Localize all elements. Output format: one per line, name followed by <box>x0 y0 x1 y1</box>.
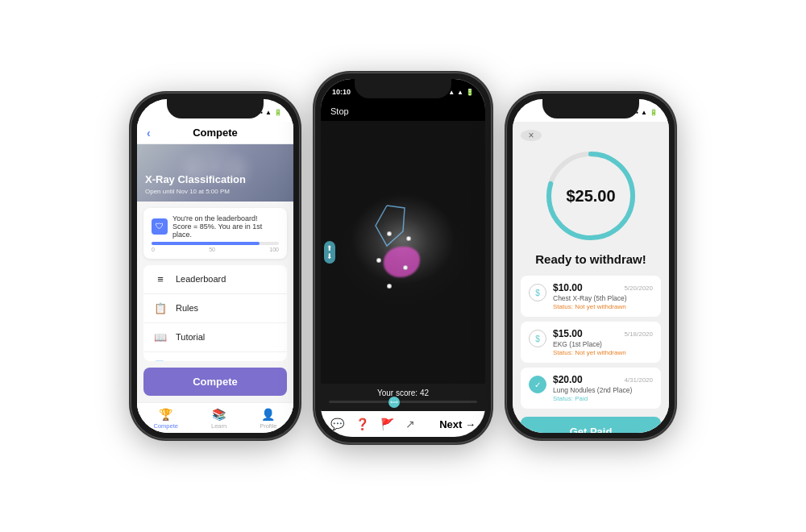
phone-1-screen: ▪▪▪ ▲ 🔋 ‹ Compete X-Ray Classification O… <box>137 99 293 433</box>
phone-3-notch <box>542 99 639 118</box>
annotation-dot-2 <box>376 258 381 263</box>
earning-icon-2: $ <box>529 330 546 347</box>
phone-3: ▪▪▪ ▲ 🔋 × $25.00 <box>506 93 675 439</box>
score-slider-thumb[interactable]: ⟺ <box>388 397 400 408</box>
earning-status-2: Status: Not yet withdrawn <box>553 349 653 356</box>
rules-icon: 📋 <box>153 302 168 314</box>
menu-label-tutorial: Tutorial <box>176 332 205 342</box>
menu-list: ≡ Leaderboard 📋 Rules 📖 Tutorial 📄 Pract… <box>143 265 287 361</box>
progress-bar-bg <box>152 242 279 245</box>
earning-item-3: ✓ $20.00 4/31/2020 Lung Nodules (2nd Pla… <box>521 368 661 409</box>
nav-profile[interactable]: 👤 Profile <box>260 408 276 430</box>
earning-amount-date-3: $20.00 4/31/2020 <box>553 374 653 385</box>
earning-amount-2: $15.00 <box>553 328 583 339</box>
phones-container: ▪▪▪ ▲ 🔋 ‹ Compete X-Ray Classification O… <box>114 73 692 459</box>
ready-title: Ready to withdraw! <box>521 252 661 266</box>
earning-desc-3: Lung Nodules (2nd Place) <box>553 386 653 394</box>
earning-icon-1: $ <box>529 284 546 301</box>
phone-1-notch <box>167 99 264 118</box>
comment-icon[interactable]: 💬 <box>330 418 344 430</box>
status-icons-2: ▲ ▲ 🔋 <box>448 89 474 96</box>
your-score: Your score: 42 <box>329 389 477 397</box>
nav-learn[interactable]: 📚 Learn <box>211 408 226 430</box>
screen1: ‹ Compete X-Ray Classification Open unti… <box>137 122 293 433</box>
leaderboard-card-row: 🛡 You're on the leaderboard! Score = 85%… <box>152 214 279 239</box>
phone-1: ▪▪▪ ▲ 🔋 ‹ Compete X-Ray Classification O… <box>131 93 300 439</box>
status-time-2: 10:10 <box>332 88 351 96</box>
profile-nav-icon: 👤 <box>261 408 275 421</box>
nav-compete[interactable]: 🏆 Compete <box>154 408 178 430</box>
annotation-overlay <box>321 121 485 384</box>
earning-date-2: 5/18/2020 <box>624 330 653 338</box>
share-icon[interactable]: ↗ <box>405 418 415 430</box>
phone-2-screen: 10:10 ▲ ▲ 🔋 Stop <box>321 79 485 437</box>
xray-banner: X-Ray Classification Open until Nov 10 a… <box>137 144 293 202</box>
xray-subtitle: Open until Nov 10 at 5:00 PM <box>145 188 246 195</box>
annotation-dot-5 <box>406 236 411 241</box>
circle-amount-container: $25.00 <box>521 148 661 244</box>
earnings-list: $ $10.00 5/20/2020 Chest X-Ray (5th Plac… <box>521 276 661 409</box>
ct-scan-area: ⬆ ⬇ <box>321 121 485 384</box>
next-button[interactable]: Next → <box>439 418 476 430</box>
earning-status-3: Status: Paid <box>553 395 653 402</box>
get-paid-button[interactable]: Get Paid <box>521 417 661 433</box>
earning-amount-date-1: $10.00 5/20/2020 <box>553 282 653 293</box>
close-button[interactable]: × <box>521 130 542 141</box>
learn-nav-icon: 📚 <box>212 408 226 421</box>
menu-label-rules: Rules <box>176 303 198 313</box>
menu-label-leaderboard: Leaderboard <box>176 274 226 284</box>
earning-date-3: 4/31/2020 <box>624 376 653 384</box>
earning-item-1: $ $10.00 5/20/2020 Chest X-Ray (5th Plac… <box>521 276 661 317</box>
score-slider-track[interactable]: ⟺ <box>329 401 477 403</box>
screen2-header: Stop <box>321 102 485 121</box>
pink-annotation-blob <box>384 247 420 277</box>
flag-icon[interactable]: 🚩 <box>380 418 394 430</box>
compete-button[interactable]: Compete <box>143 368 287 396</box>
earning-amount-1: $10.00 <box>553 282 583 293</box>
amount-text: $25.00 <box>566 187 615 206</box>
earning-details-3: $20.00 4/31/2020 Lung Nodules (2nd Place… <box>553 374 653 402</box>
progress-bar-fill <box>152 242 260 245</box>
nav-learn-label: Learn <box>211 422 226 430</box>
menu-item-tutorial[interactable]: 📖 Tutorial <box>143 323 287 352</box>
earning-amount-date-2: $15.00 5/18/2020 <box>553 328 653 339</box>
tutorial-icon: 📖 <box>153 331 168 343</box>
stop-label[interactable]: Stop <box>330 106 349 116</box>
leaderboard-card: 🛡 You're on the leaderboard! Score = 85%… <box>143 208 287 259</box>
practice-icon: 📄 <box>153 360 168 361</box>
earning-date-1: 5/20/2020 <box>624 285 653 292</box>
score-bar-section: Your score: 42 ⟺ <box>321 384 485 411</box>
annotation-dot-1 <box>387 231 392 236</box>
earning-amount-3: $20.00 <box>553 374 583 385</box>
help-icon[interactable]: ❓ <box>355 418 369 430</box>
earning-desc-1: Chest X-Ray (5th Place) <box>553 294 653 302</box>
phone-2-notch <box>355 79 451 98</box>
bottom-nav: 🏆 Compete 📚 Learn 👤 Profile <box>137 402 293 433</box>
back-arrow-icon[interactable]: ‹ <box>147 127 151 139</box>
leaderboard-card-subtext: Score = 85%. You are in 1st place. <box>172 222 279 239</box>
xray-text-overlay: X-Ray Classification Open until Nov 10 a… <box>145 173 246 195</box>
earning-details-2: $15.00 5/18/2020 EKG (1st Place) Status:… <box>553 328 653 356</box>
menu-item-practice[interactable]: 📄 Practice <box>143 352 287 361</box>
nav-compete-label: Compete <box>154 422 178 430</box>
screen2-bottom: 💬 ❓ 🚩 ↗ Next → <box>321 411 485 437</box>
menu-item-leaderboard[interactable]: ≡ Leaderboard <box>143 265 287 294</box>
earning-details-1: $10.00 5/20/2020 Chest X-Ray (5th Place)… <box>553 282 653 310</box>
bottom-action-icons: 💬 ❓ 🚩 ↗ <box>330 418 415 430</box>
progress-labels: 0 50 100 <box>152 247 279 252</box>
leaderboard-card-text: You're on the leaderboard! <box>172 214 279 222</box>
screen2: Stop <box>321 102 485 437</box>
earning-desc-2: EKG (1st Place) <box>553 340 653 348</box>
xray-title: X-Ray Classification <box>145 173 246 186</box>
compete-nav-icon: 🏆 <box>159 408 172 421</box>
earning-status-1: Status: Not yet withdrawn <box>553 303 653 310</box>
phone-2: 10:10 ▲ ▲ 🔋 Stop <box>314 73 492 443</box>
nav-profile-label: Profile <box>260 422 276 430</box>
screen1-header: ‹ Compete <box>137 122 293 144</box>
leaderboard-icon: ≡ <box>153 273 168 285</box>
annotation-dot-3 <box>387 284 392 289</box>
scroll-indicator[interactable]: ⬆ ⬇ <box>324 241 335 264</box>
earning-icon-3: ✓ <box>529 376 546 393</box>
circle-amount: $25.00 <box>542 148 639 244</box>
menu-item-rules[interactable]: 📋 Rules <box>143 294 287 323</box>
